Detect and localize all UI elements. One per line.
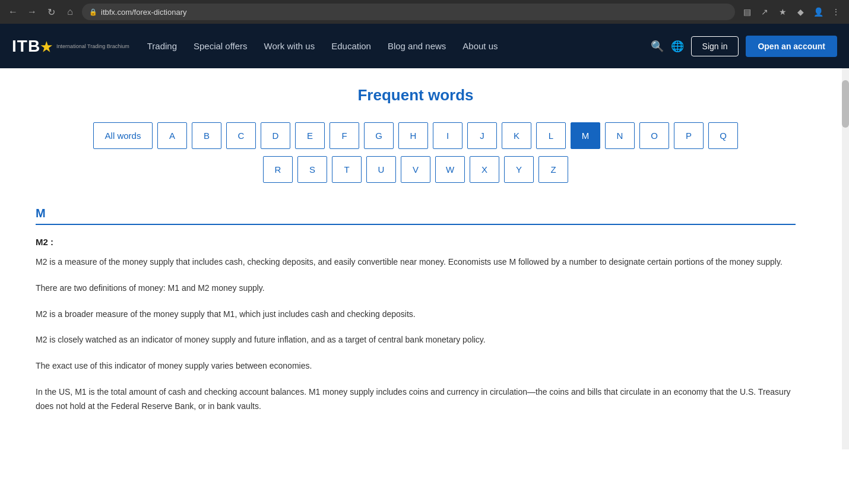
term-m2-para-6: In the US, M1 is the total amount of cas… bbox=[36, 385, 796, 414]
nav-actions: 🔍 🌐 Sign in Open an account bbox=[651, 36, 837, 57]
term-m2-para-1: M2 is a measure of the money supply that… bbox=[36, 255, 796, 270]
term-m2-para-2: There are two definitions of money: M1 a… bbox=[36, 281, 796, 296]
alpha-btn-X[interactable]: X bbox=[470, 156, 499, 183]
alpha-btn-Z[interactable]: Z bbox=[538, 156, 568, 183]
address-bar[interactable]: 🔒 itbfx.com/forex-dictionary bbox=[82, 4, 735, 20]
term-m2-para-3: M2 is a broader measure of the money sup… bbox=[36, 308, 796, 322]
browser-chrome: ← → ↻ ⌂ 🔒 itbfx.com/forex-dictionary ▤ ↗… bbox=[0, 0, 849, 24]
browser-actions: ▤ ↗ ★ ◆ 👤 ⋮ bbox=[740, 5, 843, 19]
alpha-btn-U[interactable]: U bbox=[366, 156, 396, 183]
alpha-btn-J[interactable]: J bbox=[467, 122, 497, 149]
alpha-btn-O[interactable]: O bbox=[639, 122, 669, 149]
alpha-btn-F[interactable]: F bbox=[330, 122, 359, 149]
nav-work-with-us[interactable]: Work with us bbox=[264, 41, 315, 51]
alpha-btn-V[interactable]: V bbox=[401, 156, 430, 183]
cast-icon[interactable]: ▤ bbox=[740, 5, 754, 19]
scrollbar-thumb[interactable] bbox=[842, 80, 849, 128]
open-account-button[interactable]: Open an account bbox=[746, 36, 837, 57]
logo-area[interactable]: ITB★ International Trading Brachium bbox=[12, 37, 129, 56]
nav-education[interactable]: Education bbox=[331, 41, 371, 51]
alpha-btn-S[interactable]: S bbox=[297, 156, 327, 183]
alpha-btn-Q[interactable]: Q bbox=[708, 122, 738, 149]
nav-trading[interactable]: Trading bbox=[147, 41, 177, 51]
forward-button[interactable]: → bbox=[25, 5, 39, 19]
alpha-btn-W[interactable]: W bbox=[435, 156, 465, 183]
page-wrapper: Frequent words All words A B C D E F G H… bbox=[0, 68, 849, 449]
alpha-btn-Y[interactable]: Y bbox=[504, 156, 534, 183]
section-letter: M bbox=[36, 207, 796, 225]
alpha-btn-H[interactable]: H bbox=[398, 122, 428, 149]
alpha-row-2: R S T U V W X Y Z bbox=[263, 156, 568, 183]
alpha-btn-P[interactable]: P bbox=[674, 122, 704, 149]
globe-icon[interactable]: 🌐 bbox=[671, 40, 684, 53]
logo-star-icon: ★ bbox=[40, 40, 53, 55]
profile-icon[interactable]: 👤 bbox=[811, 5, 825, 19]
alpha-btn-I[interactable]: I bbox=[433, 122, 462, 149]
bookmark-icon[interactable]: ★ bbox=[775, 5, 790, 19]
alpha-btn-D[interactable]: D bbox=[261, 122, 290, 149]
extensions-icon[interactable]: ◆ bbox=[793, 5, 807, 19]
scrollbar[interactable] bbox=[842, 68, 849, 449]
share-icon[interactable]: ↗ bbox=[758, 5, 772, 19]
logo-text: ITB★ bbox=[12, 37, 53, 56]
search-icon[interactable]: 🔍 bbox=[651, 40, 664, 53]
nav-about-us[interactable]: About us bbox=[462, 41, 498, 51]
page-title: Frequent words bbox=[36, 86, 796, 104]
nav-special-offers[interactable]: Special offers bbox=[194, 41, 248, 51]
back-button[interactable]: ← bbox=[6, 5, 20, 19]
alpha-btn-T[interactable]: T bbox=[332, 156, 362, 183]
term-m2-title: M2 : bbox=[36, 237, 796, 247]
alpha-btn-A[interactable]: A bbox=[157, 122, 187, 149]
home-button[interactable]: ⌂ bbox=[63, 5, 77, 19]
alpha-btn-K[interactable]: K bbox=[502, 122, 531, 149]
lock-icon: 🔒 bbox=[89, 8, 97, 16]
term-m2-para-4: M2 is closely watched as an indicator of… bbox=[36, 333, 796, 347]
alpha-btn-L[interactable]: L bbox=[536, 122, 566, 149]
navbar: ITB★ International Trading Brachium Trad… bbox=[0, 24, 849, 68]
main-content: Frequent words All words A B C D E F G H… bbox=[0, 68, 831, 449]
alpha-btn-E[interactable]: E bbox=[295, 122, 325, 149]
menu-icon[interactable]: ⋮ bbox=[829, 5, 843, 19]
nav-links: Trading Special offers Work with us Educ… bbox=[147, 41, 651, 51]
alpha-all-words[interactable]: All words bbox=[93, 122, 153, 149]
nav-blog-news[interactable]: Blog and news bbox=[388, 41, 446, 51]
alpha-btn-G[interactable]: G bbox=[364, 122, 394, 149]
alpha-btn-R[interactable]: R bbox=[263, 156, 293, 183]
reload-button[interactable]: ↻ bbox=[44, 5, 58, 19]
alpha-btn-B[interactable]: B bbox=[192, 122, 221, 149]
logo-subtitle: International Trading Brachium bbox=[56, 44, 129, 49]
alpha-row-1: All words A B C D E F G H I J K L M N O … bbox=[93, 122, 738, 149]
url-text: itbfx.com/forex-dictionary bbox=[101, 8, 187, 17]
alpha-btn-C[interactable]: C bbox=[226, 122, 256, 149]
alphabet-filter: All words A B C D E F G H I J K L M N O … bbox=[36, 122, 796, 183]
term-m2: M2 : M2 is a measure of the money supply… bbox=[36, 237, 796, 414]
signin-button[interactable]: Sign in bbox=[691, 36, 739, 56]
section-m: M M2 : M2 is a measure of the money supp… bbox=[36, 207, 796, 414]
term-m2-para-5: The exact use of this indicator of money… bbox=[36, 359, 796, 373]
alpha-btn-M[interactable]: M bbox=[571, 122, 600, 149]
alpha-btn-N[interactable]: N bbox=[605, 122, 635, 149]
